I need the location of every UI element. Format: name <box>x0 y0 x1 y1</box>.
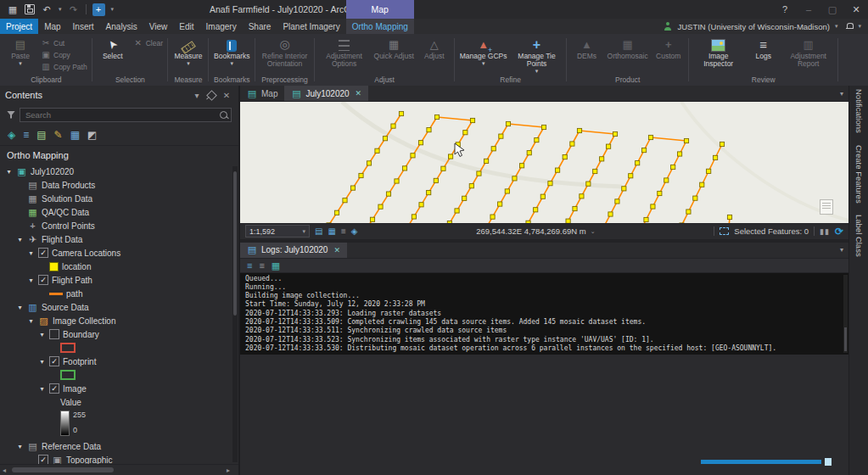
waypoint[interactable] <box>505 189 509 193</box>
waypoint[interactable] <box>555 168 559 172</box>
waypoint[interactable] <box>519 164 524 168</box>
coordinate-readout[interactable]: 269,544.32E 4,784,269.69N m ⌄ <box>476 226 595 236</box>
log-wrap-icon[interactable]: ≡ <box>259 260 264 271</box>
side-tab-notifications[interactable]: Notifications <box>854 89 864 133</box>
tree-row[interactable] <box>0 341 238 355</box>
pause-drawing-icon[interactable]: ▮▮ <box>820 227 830 236</box>
copy-path-button[interactable]: Copy Path <box>39 61 89 72</box>
layer-checkbox[interactable]: ✓ <box>49 383 59 394</box>
ribbon-tab-view[interactable]: View <box>143 19 174 34</box>
waypoint[interactable] <box>343 198 347 203</box>
ribbon-tab-ortho-mapping[interactable]: Ortho Mapping <box>346 19 414 34</box>
waypoint[interactable] <box>359 173 363 177</box>
tree-row[interactable]: location <box>0 260 238 273</box>
search-icon[interactable] <box>220 111 227 119</box>
list-by-drawing-order-icon[interactable]: ◈ <box>8 129 15 141</box>
waypoint[interactable] <box>566 219 570 222</box>
expand-arrow-icon[interactable]: ▾ <box>16 304 24 311</box>
tree-row[interactable]: ▾✓Image <box>0 382 238 395</box>
account-caret-icon[interactable]: ▾ <box>835 23 838 30</box>
waypoint[interactable] <box>455 209 459 213</box>
add-data-icon[interactable]: + <box>92 3 105 16</box>
waypoint[interactable] <box>427 128 431 132</box>
map-canvas[interactable] <box>240 102 848 223</box>
waypoint[interactable] <box>700 182 704 187</box>
list-by-snapping-icon[interactable]: ▦ <box>70 129 80 141</box>
waypoint[interactable] <box>608 212 613 216</box>
waypoint[interactable] <box>490 215 495 219</box>
progress-handle[interactable] <box>825 458 832 466</box>
waypoint[interactable] <box>570 142 574 146</box>
expand-arrow-icon[interactable]: ▾ <box>38 385 46 393</box>
waypoint[interactable] <box>720 142 724 146</box>
refine-interior-orientation-button[interactable]: Refine Interior Orientation <box>259 36 311 69</box>
waypoint[interactable] <box>375 148 379 153</box>
waypoint[interactable] <box>391 124 395 128</box>
copy-button[interactable]: Copy <box>39 49 89 60</box>
line-orange-swatch[interactable] <box>49 293 63 295</box>
tree-row[interactable]: Data Products <box>0 178 238 192</box>
selected-features-count[interactable]: Selected Features: 0 <box>734 226 809 236</box>
waypoint[interactable] <box>684 138 688 142</box>
waypoint[interactable] <box>427 190 431 194</box>
waypoint[interactable] <box>540 194 545 198</box>
tree-row[interactable]: ▾✓Camera Locations <box>0 246 238 260</box>
undo-icon[interactable]: ↶ <box>41 3 53 15</box>
image-inspector-button[interactable]: Image Inspector <box>692 36 745 69</box>
scale-selector[interactable]: 1:1,592 ▾ <box>245 225 310 238</box>
waypoint[interactable] <box>441 166 445 170</box>
quick-adjust-button[interactable]: Quick Adjust <box>372 36 416 61</box>
waypoint[interactable] <box>641 148 646 152</box>
expand-arrow-icon[interactable]: ▾ <box>27 317 35 325</box>
waypoint[interactable] <box>541 125 546 129</box>
tree-row[interactable]: ▾July102020 <box>0 165 238 178</box>
tree-row[interactable]: QA/QC Data <box>0 205 238 219</box>
adjust-button[interactable]: Adjust <box>417 36 451 61</box>
waypoint[interactable] <box>506 121 510 126</box>
waypoint[interactable] <box>411 154 415 158</box>
ribbon-tab-insert[interactable]: Insert <box>67 19 100 34</box>
waypoint[interactable] <box>395 179 399 183</box>
list-by-source-icon[interactable]: ≡ <box>23 129 29 141</box>
close-view-tab-icon[interactable]: ✕ <box>356 89 362 98</box>
expand-arrow-icon[interactable]: ▾ <box>27 277 35 284</box>
expand-arrow-icon[interactable]: ▾ <box>16 443 24 450</box>
waypoint[interactable] <box>498 202 502 206</box>
waypoint[interactable] <box>378 204 383 209</box>
tree-row[interactable]: path <box>0 287 238 300</box>
waypoint[interactable] <box>419 203 423 207</box>
minimize-button[interactable]: – <box>797 0 820 19</box>
grid-icon[interactable]: ≡ <box>341 226 346 236</box>
log-console[interactable]: Queued...Running...Building image collec… <box>240 273 848 355</box>
waypoint[interactable] <box>484 159 488 163</box>
waypoint[interactable] <box>686 210 691 214</box>
expand-arrow-icon[interactable]: ▾ <box>27 249 35 257</box>
app-menu-icon[interactable]: ▦ <box>7 3 19 15</box>
layer-checkbox[interactable]: ✓ <box>38 455 48 464</box>
help-button[interactable]: ? <box>773 0 797 19</box>
tree-row[interactable]: ▾✓Footprint <box>0 355 238 368</box>
point-yellow-swatch[interactable] <box>49 262 59 271</box>
logs-tab[interactable]: ▤ Logs: July102020 ✕ <box>240 243 347 258</box>
adjustment-options-button[interactable]: Adjustment Options <box>318 36 371 69</box>
layer-checkbox[interactable]: ✓ <box>49 356 59 366</box>
waypoint[interactable] <box>613 131 617 136</box>
waypoint[interactable] <box>727 215 731 219</box>
filter-funnel-icon[interactable] <box>7 111 15 119</box>
layer-checkbox[interactable] <box>49 329 59 339</box>
waypoint[interactable] <box>586 182 591 186</box>
waypoint[interactable] <box>573 206 577 210</box>
tree-row[interactable]: ▾Boundary <box>0 327 238 341</box>
waypoint[interactable] <box>418 141 423 145</box>
waypoint[interactable] <box>658 191 662 195</box>
tree-row[interactable]: Control Points <box>0 219 238 232</box>
tree-row[interactable]: ▾Source Data <box>0 300 238 314</box>
waypoint[interactable] <box>636 161 640 165</box>
snapping-icon[interactable]: ▦ <box>328 226 335 236</box>
tree-row[interactable] <box>0 368 238 382</box>
outline-red-swatch[interactable] <box>60 343 76 353</box>
waypoint[interactable] <box>651 204 655 209</box>
view-tab-overflow-caret-icon[interactable]: ▾ <box>840 86 848 101</box>
tree-row[interactable]: ▾✓Flight Path <box>0 273 238 287</box>
waypoint[interactable] <box>648 135 652 139</box>
